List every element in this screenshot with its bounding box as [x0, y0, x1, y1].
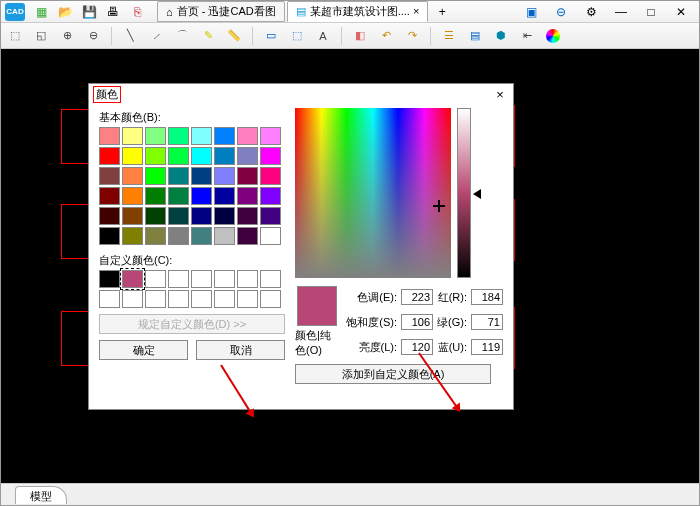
r-input[interactable] — [471, 289, 503, 305]
color-swatch[interactable] — [122, 167, 143, 185]
color-swatch[interactable] — [122, 207, 143, 225]
custom-swatch[interactable] — [214, 290, 235, 308]
custom-swatch[interactable] — [145, 270, 166, 288]
custom-swatch[interactable] — [237, 270, 258, 288]
custom-swatch[interactable] — [191, 290, 212, 308]
ok-button[interactable]: 确定 — [99, 340, 188, 360]
color-swatch[interactable] — [99, 147, 120, 165]
color-swatch[interactable] — [214, 147, 235, 165]
dialog-close-icon[interactable]: × — [491, 87, 509, 102]
dimension-icon[interactable]: ⇤ — [517, 26, 537, 46]
color-swatch[interactable] — [168, 167, 189, 185]
color-swatch[interactable] — [191, 147, 212, 165]
color-swatch[interactable] — [145, 127, 166, 145]
color-swatch[interactable] — [191, 127, 212, 145]
b-input[interactable] — [471, 339, 503, 355]
color-swatch[interactable] — [260, 167, 281, 185]
measure-icon[interactable]: 📏 — [224, 26, 244, 46]
color-swatch[interactable] — [214, 127, 235, 145]
custom-swatch[interactable] — [191, 270, 212, 288]
custom-swatch[interactable] — [99, 290, 120, 308]
color-swatch[interactable] — [99, 207, 120, 225]
tab-file[interactable]: ▤ 某超市建筑设计图.... × — [287, 1, 429, 22]
export-icon[interactable]: ⎘ — [129, 4, 145, 20]
3d-icon[interactable]: ⬢ — [491, 26, 511, 46]
close-icon[interactable]: ✕ — [673, 4, 689, 20]
color-swatch[interactable] — [145, 187, 166, 205]
custom-swatch[interactable] — [122, 270, 143, 288]
properties-icon[interactable]: ▤ — [465, 26, 485, 46]
color-swatch[interactable] — [191, 207, 212, 225]
tab-home[interactable]: ⌂ 首页 - 迅捷CAD看图 — [157, 1, 285, 22]
color-swatch[interactable] — [145, 207, 166, 225]
color-swatch[interactable] — [168, 207, 189, 225]
settings-icon[interactable]: ⚙ — [583, 4, 599, 20]
hue-input[interactable] — [401, 289, 433, 305]
color-swatch[interactable] — [260, 127, 281, 145]
color-swatch[interactable] — [122, 227, 143, 245]
zoom-out-tool-icon[interactable]: ⊖ — [83, 26, 103, 46]
cancel-button[interactable]: 取消 — [196, 340, 285, 360]
luminance-bar[interactable] — [457, 108, 471, 278]
color-swatch[interactable] — [214, 207, 235, 225]
color-swatch[interactable] — [191, 167, 212, 185]
custom-swatch[interactable] — [237, 290, 258, 308]
line-icon[interactable]: ╲ — [120, 26, 140, 46]
lum-input[interactable] — [401, 339, 433, 355]
color-swatch[interactable] — [191, 187, 212, 205]
new-icon[interactable]: ▦ — [33, 4, 49, 20]
color-swatch[interactable] — [214, 227, 235, 245]
color-swatch[interactable] — [99, 127, 120, 145]
color-swatch[interactable] — [260, 147, 281, 165]
color-swatch[interactable] — [214, 187, 235, 205]
maximize-icon[interactable]: □ — [643, 4, 659, 20]
zoom-window-icon[interactable]: ⬚ — [5, 26, 25, 46]
text-icon[interactable]: A — [313, 26, 333, 46]
color-swatch[interactable] — [168, 227, 189, 245]
print-icon[interactable]: 🖶 — [105, 4, 121, 20]
zoom-in-icon[interactable]: ⊕ — [57, 26, 77, 46]
rect-icon[interactable]: ▭ — [261, 26, 281, 46]
highlight-icon[interactable]: ✎ — [198, 26, 218, 46]
color-wheel-icon[interactable] — [543, 26, 563, 46]
custom-swatch[interactable] — [214, 270, 235, 288]
custom-swatch[interactable] — [168, 290, 189, 308]
redo-icon[interactable]: ↷ — [402, 26, 422, 46]
color-swatch[interactable] — [260, 227, 281, 245]
add-custom-button[interactable]: 添加到自定义颜色(A) — [295, 364, 491, 384]
custom-swatch[interactable] — [168, 270, 189, 288]
sat-input[interactable] — [401, 314, 433, 330]
color-swatch[interactable] — [168, 127, 189, 145]
color-swatch[interactable] — [237, 127, 258, 145]
color-swatch[interactable] — [237, 227, 258, 245]
color-swatch[interactable] — [122, 147, 143, 165]
color-swatch[interactable] — [99, 227, 120, 245]
color-swatch[interactable] — [99, 167, 120, 185]
color-swatch[interactable] — [237, 187, 258, 205]
color-swatch[interactable] — [260, 207, 281, 225]
layers-icon[interactable]: ☰ — [439, 26, 459, 46]
hue-sat-picker[interactable] — [295, 108, 451, 278]
color-swatch[interactable] — [191, 227, 212, 245]
undo-icon[interactable]: ↶ — [376, 26, 396, 46]
color-swatch[interactable] — [122, 127, 143, 145]
color-swatch[interactable] — [214, 167, 235, 185]
g-input[interactable] — [471, 314, 503, 330]
color-swatch[interactable] — [145, 147, 166, 165]
model-tab[interactable]: 模型 — [15, 486, 67, 504]
custom-swatch[interactable] — [122, 290, 143, 308]
color-swatch[interactable] — [260, 187, 281, 205]
select-icon[interactable]: ⬚ — [287, 26, 307, 46]
custom-swatch[interactable] — [260, 290, 281, 308]
erase-icon[interactable]: ◧ — [350, 26, 370, 46]
zoom-fit-icon[interactable]: ▣ — [523, 4, 539, 20]
color-swatch[interactable] — [122, 187, 143, 205]
zoom-extents-icon[interactable]: ◱ — [31, 26, 51, 46]
arc-icon[interactable]: ⌒ — [172, 26, 192, 46]
color-swatch[interactable] — [237, 207, 258, 225]
color-swatch[interactable] — [99, 187, 120, 205]
color-swatch[interactable] — [168, 147, 189, 165]
color-swatch[interactable] — [145, 167, 166, 185]
custom-swatch[interactable] — [99, 270, 120, 288]
custom-swatch[interactable] — [260, 270, 281, 288]
